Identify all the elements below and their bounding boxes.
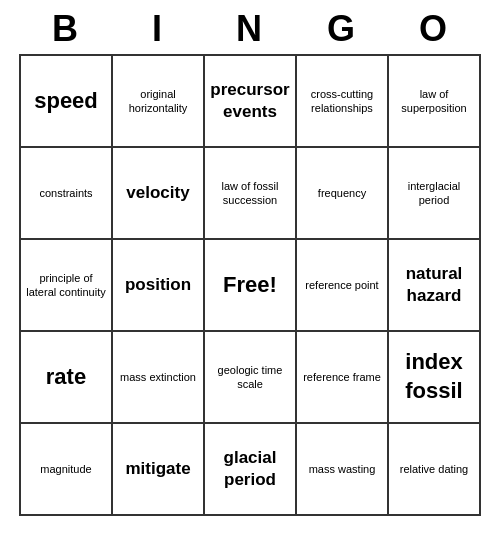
bingo-cell[interactable]: original horizontality bbox=[113, 56, 205, 148]
title-letter: B bbox=[20, 8, 112, 50]
title-letter: N bbox=[204, 8, 296, 50]
bingo-cell[interactable]: Free! bbox=[205, 240, 297, 332]
bingo-cell[interactable]: cross-cutting relationships bbox=[297, 56, 389, 148]
bingo-cell[interactable]: magnitude bbox=[21, 424, 113, 516]
title-letter: G bbox=[296, 8, 388, 50]
bingo-grid: speedoriginal horizontalityprecursor eve… bbox=[19, 54, 481, 516]
bingo-cell[interactable]: precursor events bbox=[205, 56, 297, 148]
bingo-cell[interactable]: position bbox=[113, 240, 205, 332]
bingo-cell[interactable]: speed bbox=[21, 56, 113, 148]
bingo-cell[interactable]: index fossil bbox=[389, 332, 481, 424]
bingo-title: BINGO bbox=[20, 0, 480, 54]
bingo-cell[interactable]: reference point bbox=[297, 240, 389, 332]
bingo-cell[interactable]: mass wasting bbox=[297, 424, 389, 516]
bingo-cell[interactable]: principle of lateral continuity bbox=[21, 240, 113, 332]
bingo-cell[interactable]: rate bbox=[21, 332, 113, 424]
bingo-cell[interactable]: interglacial period bbox=[389, 148, 481, 240]
bingo-cell[interactable]: relative dating bbox=[389, 424, 481, 516]
bingo-cell[interactable]: reference frame bbox=[297, 332, 389, 424]
bingo-cell[interactable]: geologic time scale bbox=[205, 332, 297, 424]
bingo-cell[interactable]: constraints bbox=[21, 148, 113, 240]
bingo-cell[interactable]: mass extinction bbox=[113, 332, 205, 424]
title-letter: I bbox=[112, 8, 204, 50]
bingo-cell[interactable]: mitigate bbox=[113, 424, 205, 516]
bingo-cell[interactable]: law of fossil succession bbox=[205, 148, 297, 240]
bingo-cell[interactable]: frequency bbox=[297, 148, 389, 240]
bingo-cell[interactable]: law of superposition bbox=[389, 56, 481, 148]
bingo-cell[interactable]: velocity bbox=[113, 148, 205, 240]
title-letter: O bbox=[388, 8, 480, 50]
bingo-cell[interactable]: natural hazard bbox=[389, 240, 481, 332]
bingo-cell[interactable]: glacial period bbox=[205, 424, 297, 516]
